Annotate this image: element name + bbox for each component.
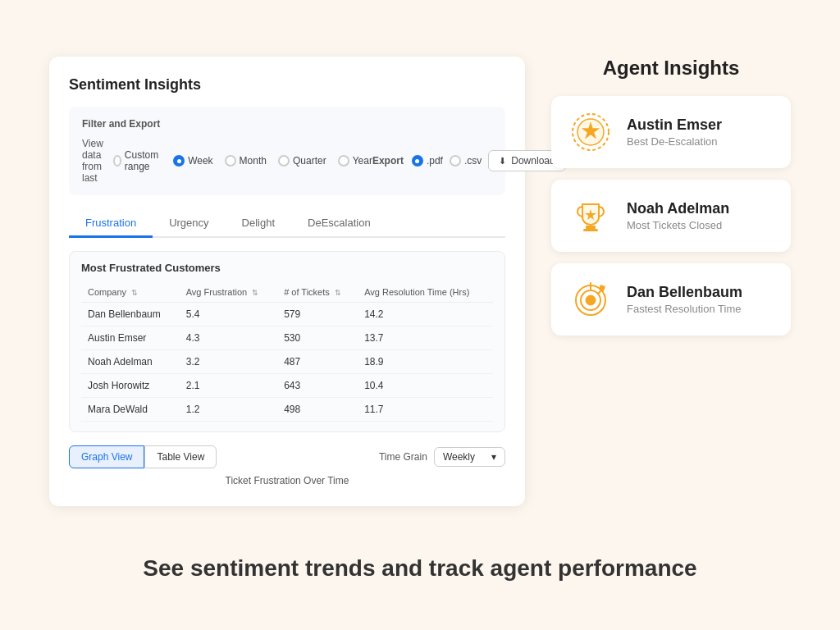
- radio-circle-week: [173, 155, 185, 167]
- chevron-down-icon: ▾: [491, 451, 496, 463]
- time-grain-select[interactable]: Weekly ▾: [434, 447, 505, 467]
- download-icon: ⬇: [499, 156, 506, 167]
- agent-icon-noah: [568, 193, 614, 239]
- cell-company: Josh Horowitz: [81, 374, 180, 398]
- time-grain-value: Weekly: [443, 451, 475, 463]
- view-label: View data from last: [82, 138, 103, 184]
- graph-view-button[interactable]: Graph View: [69, 445, 144, 468]
- table-row: Noah Adelman 3.2 487 18.9: [81, 350, 493, 374]
- tab-deescalation[interactable]: DeEscalation: [291, 210, 387, 238]
- filter-row: View data from last Custom range Week: [82, 138, 492, 184]
- radio-circle-custom: [113, 155, 121, 167]
- agent-info-noah: Noah Adelman Most Tickets Closed: [627, 200, 729, 231]
- radio-inner-week: [177, 159, 181, 163]
- cell-company: Noah Adelman: [81, 350, 180, 374]
- svg-point-8: [586, 295, 596, 305]
- col-avg-frustration: Avg Frustration ⇅: [180, 282, 277, 303]
- filter-label: Filter and Export: [82, 118, 492, 130]
- export-label: Export: [372, 155, 404, 167]
- agent-info-austin: Austin Emser Best De-Escalation: [627, 116, 722, 148]
- export-pdf[interactable]: .pdf: [412, 155, 443, 167]
- radio-circle-year: [338, 155, 349, 167]
- col-resolution: Avg Resolution Time (Hrs): [358, 282, 493, 303]
- cell-resolution: 10.4: [358, 374, 493, 398]
- filter-export-section: Filter and Export View data from last Cu…: [69, 107, 505, 195]
- table-row: Dan Bellenbaum 5.4 579 14.2: [81, 303, 493, 326]
- time-grain-section: Time Grain Weekly ▾: [379, 447, 505, 467]
- agent-name-dan: Dan Bellenbaum: [627, 284, 742, 301]
- agent-insights-title: Agent Insights: [551, 57, 791, 80]
- sort-tickets[interactable]: ⇅: [335, 289, 341, 297]
- svg-rect-3: [586, 226, 596, 229]
- svg-marker-11: [599, 285, 605, 291]
- cell-tickets: 579: [277, 303, 358, 326]
- agent-card-noah: Noah Adelman Most Tickets Closed: [551, 180, 791, 252]
- chart-label: Ticket Frustration Over Time: [69, 475, 505, 486]
- sort-company[interactable]: ⇅: [131, 289, 138, 297]
- panel-title: Sentiment Insights: [69, 76, 505, 94]
- radio-circle-quarter: [278, 155, 290, 167]
- sort-frustration[interactable]: ⇅: [252, 289, 258, 297]
- pdf-label: .pdf: [427, 155, 443, 167]
- agent-achievement-dan: Fastest Resolution Time: [627, 303, 742, 315]
- cell-company: Mara DeWald: [81, 398, 180, 422]
- sentiment-panel: Sentiment Insights Filter and Export Vie…: [49, 57, 525, 506]
- radio-custom-range[interactable]: Custom range: [113, 149, 162, 172]
- radio-label-year: Year: [353, 155, 372, 167]
- cell-avg-frustration: 5.4: [180, 303, 277, 326]
- radio-circle-csv: [450, 155, 461, 167]
- cell-company: Dan Bellenbaum: [81, 303, 180, 326]
- radio-quarter[interactable]: Quarter: [278, 155, 326, 167]
- agent-card-austin: Austin Emser Best De-Escalation: [551, 96, 791, 168]
- agent-achievement-austin: Best De-Escalation: [627, 135, 722, 148]
- export-section: Export .pdf .csv ⬇: [372, 150, 566, 171]
- cell-tickets: 530: [277, 326, 358, 350]
- agent-icon-dan: [568, 276, 614, 322]
- cell-company: Austin Emser: [81, 326, 180, 350]
- tagline-section: See sentiment trends and track agent per…: [0, 539, 840, 606]
- cell-tickets: 643: [277, 374, 358, 398]
- cell-resolution: 18.9: [358, 350, 493, 374]
- bottom-section: Graph View Table View Time Grain Weekly …: [69, 445, 505, 468]
- agent-icon-austin: [568, 109, 614, 155]
- cell-tickets: 498: [277, 398, 358, 422]
- download-label: Download: [511, 155, 555, 167]
- cell-resolution: 11.7: [358, 398, 493, 422]
- radio-label-week: Week: [188, 155, 212, 167]
- radio-inner-pdf: [415, 159, 419, 163]
- tagline: See sentiment trends and track agent per…: [0, 555, 840, 582]
- agent-card-dan: Dan Bellenbaum Fastest Resolution Time: [551, 263, 791, 336]
- table-row: Austin Emser 4.3 530 13.7: [81, 326, 493, 350]
- cell-resolution: 13.7: [358, 326, 493, 350]
- cell-resolution: 14.2: [358, 303, 493, 326]
- cell-tickets: 487: [277, 350, 358, 374]
- cell-avg-frustration: 1.2: [180, 398, 277, 422]
- agent-info-dan: Dan Bellenbaum Fastest Resolution Time: [627, 284, 742, 315]
- radio-label-custom: Custom range: [125, 149, 162, 172]
- cell-avg-frustration: 2.1: [180, 374, 277, 398]
- svg-rect-4: [583, 229, 598, 231]
- radio-month[interactable]: Month: [225, 155, 267, 167]
- csv-label: .csv: [464, 155, 482, 167]
- radio-week[interactable]: Week: [173, 155, 212, 167]
- agent-name-noah: Noah Adelman: [627, 200, 729, 217]
- cell-avg-frustration: 4.3: [180, 326, 277, 350]
- filter-left: View data from last Custom range Week: [82, 138, 372, 184]
- radio-label-month: Month: [240, 155, 267, 167]
- table-row: Mara DeWald 1.2 498 11.7: [81, 398, 493, 422]
- radio-circle-pdf: [412, 155, 423, 167]
- radio-year[interactable]: Year: [338, 155, 372, 167]
- col-company: Company ⇅: [81, 282, 180, 303]
- agent-achievement-noah: Most Tickets Closed: [627, 219, 729, 231]
- cell-avg-frustration: 3.2: [180, 350, 277, 374]
- radio-circle-month: [225, 155, 236, 167]
- table-row: Josh Horowitz 2.1 643 10.4: [81, 374, 493, 398]
- tab-urgency[interactable]: Urgency: [153, 210, 225, 238]
- radio-label-quarter: Quarter: [293, 155, 326, 167]
- export-csv[interactable]: .csv: [450, 155, 482, 167]
- col-tickets: # of Tickets ⇅: [277, 282, 358, 303]
- agent-panel: Agent Insights Austin Emser Best De-Esca…: [551, 57, 791, 344]
- tab-delight[interactable]: Delight: [226, 210, 291, 238]
- table-view-button[interactable]: Table View: [144, 445, 217, 468]
- tab-frustration[interactable]: Frustration: [69, 210, 153, 238]
